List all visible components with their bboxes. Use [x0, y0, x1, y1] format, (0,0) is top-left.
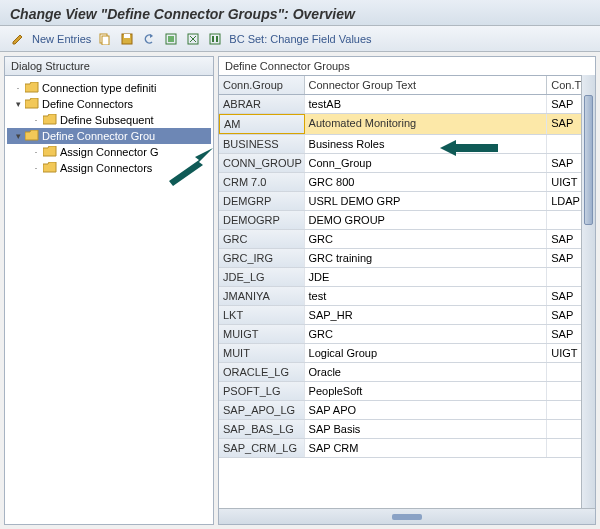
new-entries-button[interactable]: New Entries	[32, 33, 91, 45]
table-cell[interactable]: CRM 7.0	[219, 173, 305, 191]
tree-item[interactable]: ▾Define Connector Grou	[7, 128, 211, 144]
folder-icon	[43, 162, 57, 174]
deselect-all-icon[interactable]	[185, 31, 201, 47]
table-row[interactable]: ORACLE_LGOracle	[219, 363, 595, 382]
table-cell[interactable]: GRC	[305, 230, 548, 248]
table-cell[interactable]: AM	[219, 114, 305, 134]
table-cell[interactable]: JDE	[305, 268, 548, 286]
vertical-scrollbar[interactable]	[581, 75, 595, 508]
bullet-icon[interactable]: ·	[31, 147, 41, 157]
table-row[interactable]: MUITLogical GroupUIGT	[219, 344, 595, 363]
grid-title: Define Connector Groups	[219, 57, 595, 76]
table-cell[interactable]: PeopleSoft	[305, 382, 548, 400]
table-row[interactable]: SAP_CRM_LGSAP CRM	[219, 439, 595, 458]
pencil-icon[interactable]	[10, 31, 26, 47]
table-cell[interactable]: DEMGRP	[219, 192, 305, 210]
table-cell[interactable]: SAP Basis	[305, 420, 548, 438]
tree-item[interactable]: ▾Define Connectors	[7, 96, 211, 112]
svg-rect-5	[168, 36, 174, 42]
table-cell[interactable]: LKT	[219, 306, 305, 324]
table-cell[interactable]: Automated Monitoring	[305, 114, 548, 134]
table-row[interactable]: SAP_BAS_LGSAP Basis	[219, 420, 595, 439]
table-cell[interactable]: ABRAR	[219, 95, 305, 113]
copy-icon[interactable]	[97, 31, 113, 47]
table-row[interactable]: BUSINESSBusiness Roles	[219, 135, 595, 154]
table-cell[interactable]: DEMOGRP	[219, 211, 305, 229]
table-cell[interactable]: SAP_HR	[305, 306, 548, 324]
bullet-icon[interactable]: ·	[13, 83, 23, 93]
table-cell[interactable]: SAP CRM	[305, 439, 548, 457]
select-all-icon[interactable]	[163, 31, 179, 47]
tree-item[interactable]: ·Define Subsequent	[7, 112, 211, 128]
table-row[interactable]: GRC_IRGGRC trainingSAP	[219, 249, 595, 268]
table-row[interactable]: PSOFT_LGPeopleSoft	[219, 382, 595, 401]
table-cell[interactable]: USRL DEMO GRP	[305, 192, 548, 210]
folder-icon	[43, 114, 57, 126]
column-header-text[interactable]: Connector Group Text	[305, 76, 548, 94]
save-icon[interactable]	[119, 31, 135, 47]
table-row[interactable]: DEMOGRPDEMO GROUP	[219, 211, 595, 230]
folder-icon	[25, 130, 39, 142]
chevron-down-icon[interactable]: ▾	[13, 131, 23, 141]
table-cell[interactable]: Conn_Group	[305, 154, 548, 172]
tree-item-label: Define Subsequent	[60, 114, 154, 126]
configure-icon[interactable]	[207, 31, 223, 47]
folder-icon	[43, 146, 57, 158]
folder-icon	[25, 82, 39, 94]
grid-header-row: Conn.Group Connector Group Text Con.T	[219, 76, 595, 95]
table-row[interactable]: MUIGTGRCSAP	[219, 325, 595, 344]
svg-rect-11	[216, 36, 218, 42]
tree-item[interactable]: ·Connection type definiti	[7, 80, 211, 96]
horizontal-scrollbar-thumb[interactable]	[392, 514, 422, 520]
table-cell[interactable]: Business Roles	[305, 135, 548, 153]
table-cell[interactable]: JDE_LG	[219, 268, 305, 286]
table-cell[interactable]: JMANIYA	[219, 287, 305, 305]
sidebar-heading: Dialog Structure	[5, 57, 213, 76]
column-header-conn-group[interactable]: Conn.Group	[219, 76, 305, 94]
table-row[interactable]: GRCGRCSAP	[219, 230, 595, 249]
vertical-scrollbar-thumb[interactable]	[584, 95, 593, 225]
bullet-icon[interactable]: ·	[31, 163, 41, 173]
table-cell[interactable]: GRC 800	[305, 173, 548, 191]
table-row[interactable]: SAP_APO_LGSAP APO	[219, 401, 595, 420]
table-cell[interactable]: CONN_GROUP	[219, 154, 305, 172]
table-cell[interactable]: ORACLE_LG	[219, 363, 305, 381]
tree-item[interactable]: ·Assign Connector G	[7, 144, 211, 160]
tree-item-label: Assign Connector G	[60, 146, 158, 158]
table-row[interactable]: DEMGRPUSRL DEMO GRPLDAP	[219, 192, 595, 211]
tree-item-label: Define Connector Grou	[42, 130, 155, 142]
table-cell[interactable]: SAP_APO_LG	[219, 401, 305, 419]
table-cell[interactable]: MUIT	[219, 344, 305, 362]
table-row[interactable]: ABRARtestABSAP	[219, 95, 595, 114]
table-cell[interactable]: PSOFT_LG	[219, 382, 305, 400]
bullet-icon[interactable]: ·	[31, 115, 41, 125]
window-title-bar: Change View "Define Connector Groups": O…	[0, 0, 600, 26]
folder-icon	[25, 98, 39, 110]
table-cell[interactable]: GRC training	[305, 249, 548, 267]
table-row[interactable]: CONN_GROUPConn_GroupSAP	[219, 154, 595, 173]
table-row[interactable]: CRM 7.0GRC 800UIGT	[219, 173, 595, 192]
table-cell[interactable]: Logical Group	[305, 344, 548, 362]
table-row[interactable]: JMANIYAtestSAP	[219, 287, 595, 306]
table-cell[interactable]: test	[305, 287, 548, 305]
table-cell[interactable]: GRC_IRG	[219, 249, 305, 267]
tree-item-label: Connection type definiti	[42, 82, 156, 94]
table-cell[interactable]: SAP_BAS_LG	[219, 420, 305, 438]
table-cell[interactable]: testAB	[305, 95, 548, 113]
table-cell[interactable]: Oracle	[305, 363, 548, 381]
chevron-down-icon[interactable]: ▾	[13, 99, 23, 109]
table-cell[interactable]: MUIGT	[219, 325, 305, 343]
table-cell[interactable]: SAP_CRM_LG	[219, 439, 305, 457]
table-cell[interactable]: DEMO GROUP	[305, 211, 548, 229]
table-row[interactable]: AMAutomated MonitoringSAP	[219, 114, 595, 135]
bc-set-button[interactable]: BC Set: Change Field Values	[229, 33, 371, 45]
table-cell[interactable]: GRC	[305, 325, 548, 343]
table-cell[interactable]: BUSINESS	[219, 135, 305, 153]
table-row[interactable]: JDE_LGJDE	[219, 268, 595, 287]
table-row[interactable]: LKTSAP_HRSAP	[219, 306, 595, 325]
tree-item[interactable]: ·Assign Connectors	[7, 160, 211, 176]
undo-icon[interactable]	[141, 31, 157, 47]
table-cell[interactable]: SAP APO	[305, 401, 548, 419]
horizontal-scrollbar[interactable]	[219, 508, 595, 524]
table-cell[interactable]: GRC	[219, 230, 305, 248]
